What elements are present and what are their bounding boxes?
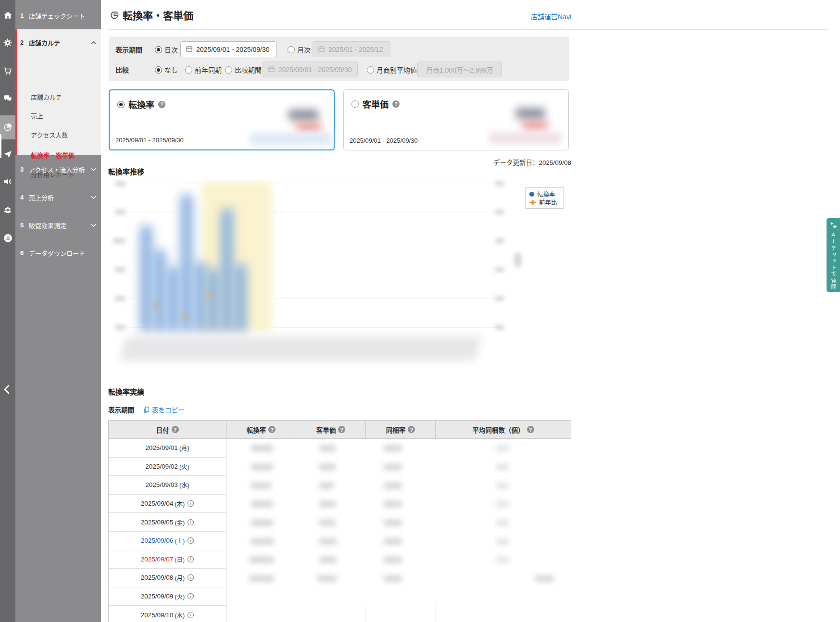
copy-icon: [143, 406, 150, 413]
compare-none-label: なし: [164, 65, 178, 75]
page-title: 転換率・客単価: [110, 8, 193, 22]
blurred-axis-unit: [514, 253, 521, 267]
info-icon[interactable]: i: [188, 612, 194, 618]
sidebar-item-conversion-rate[interactable]: 転換率・客単価: [31, 149, 101, 161]
menu-num: 3: [20, 166, 27, 173]
compare-date-range-input[interactable]: 2025/09/01 - 2025/09/30: [263, 62, 358, 77]
help-icon[interactable]: ?: [268, 426, 276, 433]
sidebar-item-sales[interactable]: 売上: [31, 109, 101, 122]
blurred-axis-label: [113, 238, 125, 243]
monthly-avg-radio[interactable]: 月商別平均値: [367, 65, 417, 75]
table-period-label: 表示期間: [108, 405, 134, 414]
megaphone-icon[interactable]: [0, 174, 15, 190]
menu-label: 販促効果測定: [29, 221, 66, 230]
sidebar-item-promotion-effect[interactable]: 5 販促効果測定: [15, 217, 101, 233]
help-icon[interactable]: ?: [408, 426, 415, 433]
help-icon[interactable]: ?: [338, 426, 345, 433]
blurred-value: [250, 133, 332, 145]
blurred-value: [523, 122, 548, 129]
sidebar-item-access-inflow[interactable]: 3 アクセス・流入分析: [15, 161, 101, 177]
compare-none-radio[interactable]: なし: [155, 65, 178, 75]
data-updated-label: データ更新日：2025/09/08: [427, 157, 571, 167]
blurred-bar: [194, 262, 206, 332]
blurred-marker: [207, 293, 213, 298]
col-header-conversion: 転換率?: [226, 421, 296, 438]
cart-icon[interactable]: [0, 63, 15, 79]
conversion-rate-card[interactable]: 転換率 ? 2025/09/01 - 2025/09/30: [109, 89, 335, 150]
info-icon[interactable]: i: [188, 556, 194, 562]
card-title: 客単価: [363, 98, 389, 110]
gear-icon[interactable]: [0, 35, 15, 51]
info-icon[interactable]: i: [188, 500, 194, 507]
list-icon[interactable]: [0, 230, 15, 246]
radio-icon: [288, 46, 295, 53]
sidebar-item-store-karte-group[interactable]: 2 店舗カルテ: [20, 36, 101, 49]
calendar-icon: [186, 45, 193, 54]
compare-period-radio[interactable]: 比較期間: [225, 65, 262, 75]
legend-label: 前年比: [539, 198, 557, 207]
daily-radio[interactable]: 日次: [155, 45, 178, 54]
col-header-bundle-rate: 同梱率?: [366, 421, 436, 438]
menu-label: 店舗カルテ: [29, 38, 60, 47]
compare-range-value: 2025/09/01 - 2025/09/30: [278, 66, 352, 74]
pie-chart-icon[interactable]: [0, 115, 15, 139]
blurred-value: [516, 108, 545, 119]
date-cell: 2025/09/05: [141, 519, 174, 526]
sidebar-item-sales-analysis[interactable]: 4 売上分析: [15, 189, 101, 205]
chevron-down-icon: [91, 166, 96, 173]
daily-date-range-input[interactable]: 2025/09/01 - 2025/09/30: [180, 41, 276, 57]
monthly-avg-select[interactable]: 月商1,000万〜2,999万: [417, 62, 502, 77]
dow-cell: (日): [175, 555, 185, 564]
people-icon[interactable]: [0, 202, 15, 218]
avg-order-value-card[interactable]: 客単価 ? 2025/09/01 - 2025/09/30: [343, 89, 569, 150]
help-icon[interactable]: ?: [527, 426, 534, 433]
sidebar-item-access-count[interactable]: アクセス人数: [31, 128, 101, 141]
monthly-radio-label: 月次: [297, 45, 311, 54]
home-icon[interactable]: [0, 7, 15, 23]
prev-year-radio[interactable]: 前年同期: [185, 65, 222, 75]
info-icon[interactable]: i: [188, 574, 194, 581]
radio-icon: [367, 66, 374, 74]
copy-table-link[interactable]: 表をコピー: [143, 405, 185, 414]
date-cell: 2025/09/02: [145, 463, 178, 470]
help-icon[interactable]: ?: [172, 426, 179, 433]
monthly-avg-label: 月商別平均値: [376, 65, 417, 75]
copy-link-label: 表をコピー: [152, 405, 185, 414]
date-cell: 2025/09/10: [141, 611, 174, 619]
help-icon[interactable]: ?: [392, 100, 400, 108]
sidebar-item-store-checksheet[interactable]: 1 店舗チェックシート: [15, 7, 101, 24]
send-icon[interactable]: [0, 146, 15, 162]
calendar-icon: [318, 45, 325, 54]
sidebar-item-store-karte[interactable]: 店舗カルテ: [31, 90, 101, 103]
daily-radio-label: 日次: [164, 45, 178, 54]
monthly-radio[interactable]: 月次: [288, 45, 311, 54]
chat-icon[interactable]: [0, 90, 15, 107]
blurred-x-axis-labels: [119, 336, 481, 361]
chevron-down-icon: [91, 194, 96, 201]
dow-cell: (火): [179, 462, 189, 471]
monthly-avg-value: 月商1,000万〜2,999万: [426, 65, 493, 75]
blurred-marker: [183, 315, 188, 319]
blurred-axis-label: [495, 181, 504, 186]
radio-icon: [185, 66, 192, 74]
collapse-sidebar-icon[interactable]: [3, 385, 13, 395]
dow-cell: (月): [179, 443, 189, 452]
info-icon[interactable]: i: [188, 519, 194, 525]
submenu-label: 転換率・客単価: [31, 150, 75, 160]
blurred-axis-label: [115, 267, 125, 272]
sidebar-item-data-download[interactable]: 6 データダウンロード: [15, 245, 101, 261]
monthly-date-range-input[interactable]: 2025/01 - 2025/12: [313, 41, 390, 57]
info-icon[interactable]: i: [188, 593, 194, 599]
header-divider: [108, 29, 828, 30]
chevron-up-icon[interactable]: [91, 39, 96, 46]
results-title: 転換率実績: [108, 386, 144, 397]
menu-num: 2: [20, 39, 27, 46]
date-cell: 2025/09/07: [141, 556, 174, 563]
info-icon[interactable]: i: [188, 537, 194, 544]
help-icon[interactable]: ?: [158, 101, 165, 108]
radio-icon: [155, 66, 162, 74]
ai-chat-button[interactable]: AIチャットで質問: [827, 218, 840, 292]
ai-chat-label: AIチャットで質問: [829, 232, 837, 291]
store-navi-link[interactable]: 店舗運営Navi: [527, 12, 571, 21]
dow-cell: (金): [175, 518, 185, 527]
